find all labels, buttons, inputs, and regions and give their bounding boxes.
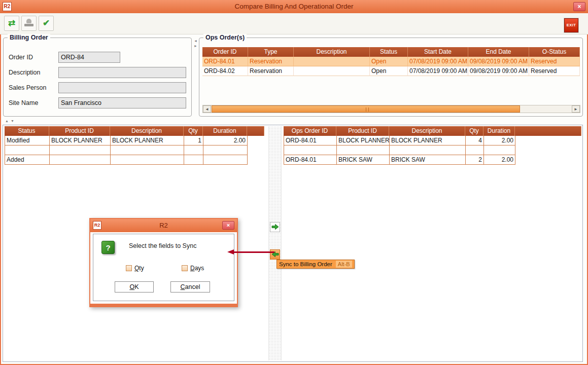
cell[interactable]	[484, 145, 515, 155]
splitter-collapse-left-icon[interactable]: ◄	[194, 39, 197, 43]
column-header[interactable]: Duration	[483, 126, 515, 136]
cell[interactable]: Reservation	[248, 66, 294, 76]
column-header[interactable]: Product ID	[49, 126, 110, 136]
splitter-collapse-down-icon[interactable]: ▼	[11, 119, 14, 123]
column-header[interactable]: Duration	[203, 126, 247, 136]
cell[interactable]: 1	[184, 136, 203, 145]
table-row[interactable]: Added	[5, 155, 248, 165]
cell[interactable]: Reserved	[529, 57, 580, 66]
cell[interactable]: Modified	[5, 136, 50, 145]
cell[interactable]: 07/08/2019 09:00 AM	[408, 66, 468, 76]
ok-button[interactable]: OK	[115, 281, 154, 293]
order-id-field[interactable]	[58, 52, 120, 63]
cell[interactable]	[390, 145, 466, 155]
cell[interactable]: 2.00	[203, 136, 248, 145]
vertical-splitter[interactable]: ◄ ►	[193, 38, 198, 117]
ops-orders-hscrollbar[interactable]: ◄ ►	[202, 105, 580, 113]
cell[interactable]: ORD-84.01	[202, 57, 248, 66]
qty-checkbox[interactable]: Qty	[126, 265, 144, 272]
cell[interactable]	[466, 145, 484, 155]
cancel-button[interactable]: Cancel	[170, 281, 210, 293]
cell[interactable]	[203, 145, 248, 155]
site-name-field[interactable]	[58, 97, 186, 108]
cell[interactable]	[184, 155, 203, 165]
cell[interactable]	[337, 145, 390, 155]
column-header[interactable]: Ops Order ID	[284, 126, 336, 136]
cell[interactable]	[294, 66, 370, 76]
cell[interactable]: Open	[370, 66, 408, 76]
cell[interactable]: BLOCK PLANNER	[337, 136, 390, 145]
days-checkbox[interactable]: Days	[182, 265, 204, 272]
column-header[interactable]: End Date	[468, 47, 529, 57]
table-row[interactable]: ORD-84.01 Reservation Open 07/08/2019 09…	[202, 57, 580, 66]
column-header[interactable]: Product ID	[336, 126, 389, 136]
close-icon[interactable]: ×	[222, 221, 234, 230]
table-row[interactable]: ORD-84.01 BRICK SAW BRICK SAW 2 2.00	[284, 155, 515, 165]
cell[interactable]	[111, 145, 184, 155]
cell[interactable]: Open	[370, 57, 408, 66]
sales-person-field[interactable]	[58, 82, 186, 93]
close-icon[interactable]: ×	[573, 2, 585, 11]
cell[interactable]	[294, 57, 370, 66]
sync-to-billing-button[interactable]	[270, 249, 280, 260]
cell[interactable]	[111, 155, 184, 165]
scroll-right-icon[interactable]: ►	[572, 105, 580, 113]
cell[interactable]: 2.00	[484, 155, 515, 165]
cell[interactable]: ORD-84.02	[202, 66, 248, 76]
scroll-left-icon[interactable]: ◄	[203, 105, 211, 113]
column-header[interactable]: Description	[389, 126, 465, 136]
column-header[interactable]: Status	[370, 47, 408, 57]
annotation-arrow-line	[234, 251, 274, 253]
stamp-icon	[22, 19, 36, 26]
cell[interactable]: BRICK SAW	[390, 155, 466, 165]
column-header[interactable]: Description	[110, 126, 184, 136]
column-header[interactable]: O-Status	[529, 47, 580, 57]
cell[interactable]: 09/08/2019 09:00 AM	[468, 57, 529, 66]
table-row[interactable]	[5, 145, 248, 155]
cell[interactable]: BLOCK PLANNER	[50, 136, 111, 145]
horizontal-splitter[interactable]: ▲ ▼	[0, 118, 588, 124]
toolbar: ⇄ ✔	[0, 13, 588, 34]
cell[interactable]: ORD-84.01	[284, 155, 337, 165]
cell[interactable]: 2	[466, 155, 484, 165]
cell[interactable]: Reserved	[529, 66, 580, 76]
cell[interactable]	[184, 145, 203, 155]
cell[interactable]: 07/08/2019 09:00 AM	[408, 57, 468, 66]
cell[interactable]: 09/08/2019 09:00 AM	[468, 66, 529, 76]
column-header[interactable]: Qty	[465, 126, 483, 136]
table-row[interactable]: ORD-84.01 BLOCK PLANNER BLOCK PLANNER 4 …	[284, 136, 515, 145]
cell[interactable]	[50, 155, 111, 165]
table-row[interactable]: Modified BLOCK PLANNER BLOCK PLANNER 1 2…	[5, 136, 248, 145]
column-header[interactable]: Description	[294, 47, 370, 57]
column-header[interactable]: Start Date	[408, 47, 468, 57]
cell[interactable]: BLOCK PLANNER	[111, 136, 184, 145]
column-header[interactable]: Qty	[184, 126, 203, 136]
column-header[interactable]: Type	[248, 47, 294, 57]
cell[interactable]	[284, 145, 337, 155]
splitter-collapse-up-icon[interactable]: ▲	[5, 119, 9, 123]
cell[interactable]: ORD-84.01	[284, 136, 337, 145]
checkbox-icon[interactable]	[126, 265, 132, 271]
cell[interactable]	[5, 145, 50, 155]
splitter-collapse-right-icon[interactable]: ►	[194, 44, 197, 48]
column-header[interactable]: Order ID	[202, 47, 248, 57]
cell[interactable]	[50, 145, 111, 155]
cell[interactable]	[203, 155, 248, 165]
table-row[interactable]: ORD-84.02 Reservation Open 07/08/2019 09…	[202, 66, 580, 76]
scrollbar-thumb[interactable]	[212, 105, 520, 113]
exit-button[interactable]: EXIT	[564, 18, 578, 32]
stamp-button[interactable]	[21, 16, 37, 31]
refresh-button[interactable]: ⇄	[4, 16, 19, 31]
checkbox-icon[interactable]	[182, 265, 188, 271]
cell[interactable]: BLOCK PLANNER	[390, 136, 466, 145]
cell[interactable]: 4	[466, 136, 484, 145]
cell[interactable]: BRICK SAW	[337, 155, 390, 165]
cell[interactable]: Reservation	[248, 57, 294, 66]
column-header[interactable]: Status	[5, 126, 49, 136]
cell[interactable]: Added	[5, 155, 50, 165]
table-row[interactable]	[284, 145, 515, 155]
cell[interactable]: 2.00	[484, 136, 515, 145]
confirm-button[interactable]: ✔	[39, 16, 54, 31]
description-field[interactable]	[58, 67, 186, 78]
sync-to-ops-button[interactable]	[270, 222, 280, 232]
